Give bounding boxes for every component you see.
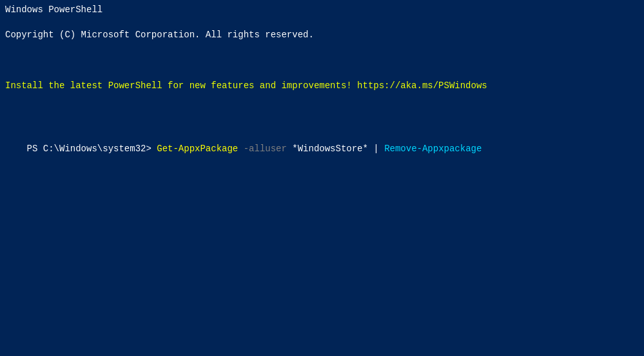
install-line: Install the latest PowerShell for new fe… xyxy=(5,80,639,93)
powershell-terminal[interactable]: Windows PowerShell Copyright (C) Microso… xyxy=(3,3,641,353)
command-line: PS C:\Windows\system32> Get-AppxPackage … xyxy=(5,130,639,168)
prompt: PS C:\Windows\system32> xyxy=(27,144,157,154)
windowsstore-value: *WindowsStore* xyxy=(287,144,368,154)
pipe-symbol: | xyxy=(368,144,384,154)
remove-appxpackage-cmd: Remove-Appxpackage xyxy=(384,144,482,154)
copyright-line: Copyright (C) Microsoft Corporation. All… xyxy=(5,29,639,42)
blank-line-1 xyxy=(5,54,639,67)
get-appxpackage-cmd: Get-AppxPackage xyxy=(157,144,238,154)
blank-line-2 xyxy=(5,105,639,118)
title-line: Windows PowerShell xyxy=(5,4,639,17)
alluser-param: -alluser xyxy=(238,144,287,154)
